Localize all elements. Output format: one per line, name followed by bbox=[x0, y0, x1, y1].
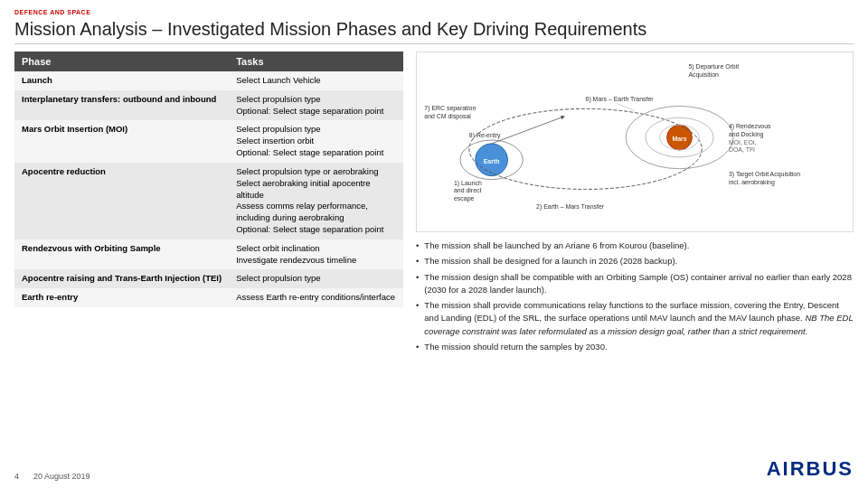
svg-text:4) Rendezvous: 4) Rendezvous bbox=[729, 123, 771, 130]
bullet-item: The mission design shall be compatible w… bbox=[416, 271, 854, 297]
svg-rect-0 bbox=[420, 52, 849, 231]
svg-text:8) Re-entry: 8) Re-entry bbox=[469, 132, 501, 139]
page-footer: 4 20 August 2019 bbox=[14, 472, 403, 481]
svg-text:and Docking: and Docking bbox=[729, 131, 764, 138]
col-header-phase: Phase bbox=[14, 52, 229, 71]
svg-text:1) Launch: 1) Launch bbox=[454, 180, 482, 187]
content-area: Phase Tasks LaunchSelect Launch VehicleI… bbox=[14, 52, 854, 481]
bullet-text: The mission shall be designed for a laun… bbox=[424, 255, 677, 267]
bullet-points: The mission shall be launched by an Aria… bbox=[416, 239, 854, 446]
svg-text:escape: escape bbox=[454, 195, 474, 202]
bullet-item: The mission shall be designed for a laun… bbox=[416, 255, 854, 267]
svg-text:Acquisition: Acquisition bbox=[688, 71, 719, 79]
tasks-cell: Select orbit inclinationInvestigate rend… bbox=[229, 239, 403, 270]
table-row: Interplanetary transfers: outbound and i… bbox=[14, 90, 403, 121]
svg-text:DOA, TFI: DOA, TFI bbox=[729, 146, 755, 153]
svg-text:7) ERC separation: 7) ERC separation bbox=[424, 105, 476, 112]
table-row: Earth re-entryAssess Earth re-entry cond… bbox=[14, 288, 403, 307]
table-row: LaunchSelect Launch Vehicle bbox=[14, 71, 403, 90]
phase-cell: Apocentre raising and Trans-Earth Inject… bbox=[14, 269, 229, 288]
table-body: LaunchSelect Launch VehicleInterplanetar… bbox=[14, 71, 403, 307]
page: DEFENCE AND SPACE Mission Analysis – Inv… bbox=[0, 0, 868, 488]
table-wrapper: Phase Tasks LaunchSelect Launch VehicleI… bbox=[14, 52, 403, 468]
svg-text:6) Mars – Earth Transfer: 6) Mars – Earth Transfer bbox=[586, 96, 655, 103]
page-title: Mission Analysis – Investigated Mission … bbox=[14, 19, 854, 44]
phase-cell: Rendezvous with Orbiting Sample bbox=[14, 239, 229, 270]
bullets-list: The mission shall be launched by an Aria… bbox=[416, 239, 854, 353]
bullet-text: The mission shall be launched by an Aria… bbox=[424, 239, 689, 252]
tasks-cell: Select propulsion typeSelect insertion o… bbox=[229, 120, 403, 162]
svg-text:2) Earth – Mars Transfer: 2) Earth – Mars Transfer bbox=[536, 203, 605, 211]
tasks-cell: Select propulsion type bbox=[229, 269, 403, 288]
bullet-text: The mission design shall be compatible w… bbox=[424, 271, 854, 297]
bullet-item: The mission shall provide communications… bbox=[416, 299, 854, 338]
bullet-item: The mission shall be launched by an Aria… bbox=[416, 239, 854, 252]
phase-cell: Apocentre reduction bbox=[14, 163, 229, 239]
airbus-label: AIRBUS bbox=[767, 457, 854, 480]
mission-diagram: Earth Mars 1) Launch an bbox=[417, 52, 853, 231]
svg-text:Earth: Earth bbox=[484, 158, 500, 164]
tasks-cell: Select Launch Vehicle bbox=[229, 71, 403, 90]
phase-cell: Launch bbox=[14, 71, 229, 90]
phase-cell: Mars Orbit Insertion (MOI) bbox=[14, 120, 229, 162]
svg-text:and CM disposal: and CM disposal bbox=[424, 113, 471, 120]
diagram-area: Earth Mars 1) Launch an bbox=[416, 52, 854, 232]
table-row: Rendezvous with Orbiting SampleSelect or… bbox=[14, 239, 403, 270]
bullet-item: The mission should return the samples by… bbox=[416, 341, 854, 353]
svg-text:3) Target Orbit Acquisition: 3) Target Orbit Acquisition bbox=[729, 171, 800, 178]
svg-text:MOI, EOI,: MOI, EOI, bbox=[729, 139, 757, 145]
table-header-row: Phase Tasks bbox=[14, 52, 403, 71]
tasks-cell: Assess Earth re-entry conditions/interfa… bbox=[229, 288, 403, 307]
tasks-cell: Select propulsion type or aerobrakingSel… bbox=[229, 163, 403, 239]
phases-table: Phase Tasks LaunchSelect Launch VehicleI… bbox=[14, 52, 403, 307]
table-row: Mars Orbit Insertion (MOI)Select propuls… bbox=[14, 120, 403, 162]
svg-text:and direct: and direct bbox=[454, 187, 481, 193]
bullet-text: The mission shall provide communications… bbox=[424, 299, 854, 338]
svg-text:incl. aerobraking: incl. aerobraking bbox=[729, 179, 775, 186]
phase-cell: Interplanetary transfers: outbound and i… bbox=[14, 90, 229, 121]
bullet-text: The mission should return the samples by… bbox=[424, 341, 607, 353]
phase-cell: Earth re-entry bbox=[14, 288, 229, 307]
table-row: Apocentre reductionSelect propulsion typ… bbox=[14, 163, 403, 239]
col-header-tasks: Tasks bbox=[229, 52, 403, 71]
svg-text:Mars: Mars bbox=[672, 136, 686, 142]
tasks-cell: Select propulsion typeOptional: Select s… bbox=[229, 90, 403, 121]
table-row: Apocentre raising and Trans-Earth Inject… bbox=[14, 269, 403, 288]
airbus-logo: AIRBUS bbox=[416, 457, 854, 481]
left-panel: Phase Tasks LaunchSelect Launch VehicleI… bbox=[14, 52, 403, 481]
right-panel: Earth Mars 1) Launch an bbox=[416, 52, 854, 481]
brand-label: DEFENCE AND SPACE bbox=[14, 9, 854, 15]
footer-date: 20 August 2019 bbox=[33, 472, 90, 481]
page-number: 4 bbox=[14, 472, 19, 481]
svg-text:5) Departure Orbit: 5) Departure Orbit bbox=[688, 63, 739, 70]
